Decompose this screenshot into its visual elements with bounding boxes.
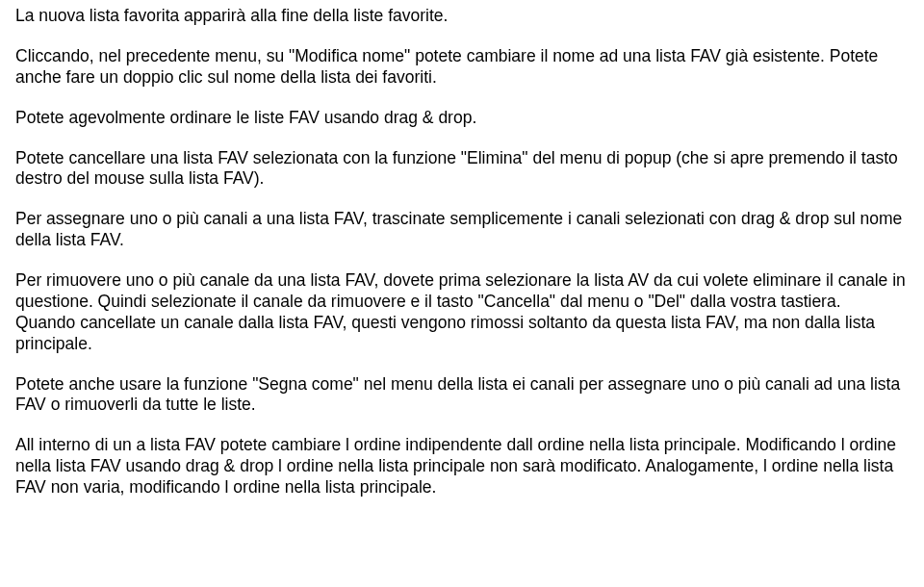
paragraph: Cliccando, nel precedente menu, su "Modi… <box>15 46 909 89</box>
paragraph: Per assegnare uno o più canali a una lis… <box>15 209 909 251</box>
paragraph: Potete anche usare la funzione "Segna co… <box>15 374 909 417</box>
paragraph: All interno di un a lista FAV potete cam… <box>15 435 909 498</box>
paragraph: Per rimuovere uno o più canale da una li… <box>15 270 909 313</box>
paragraph: Quando cancellate un canale dalla lista … <box>15 313 909 355</box>
paragraph: Potete cancellare una lista FAV selezion… <box>15 148 909 191</box>
paragraph: Potete agevolmente ordinare le liste FAV… <box>15 108 909 129</box>
paragraph: La nuova lista favorita apparirà alla fi… <box>15 6 909 27</box>
document-page: La nuova lista favorita apparirà alla fi… <box>0 0 924 498</box>
